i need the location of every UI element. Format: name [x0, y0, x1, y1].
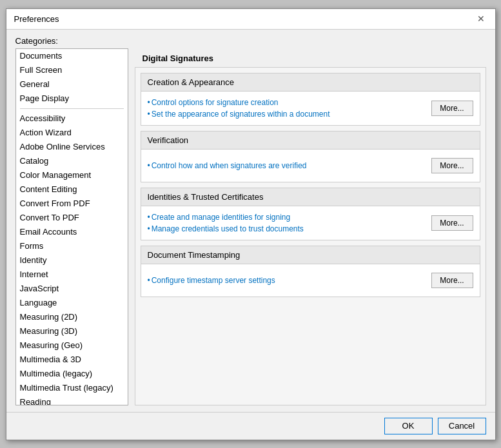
content-sections: Creation & Appearance Control options fo… — [135, 67, 486, 405]
identities-item-2: Manage credentials used to trust documen… — [148, 223, 425, 235]
close-button[interactable]: ✕ — [475, 12, 487, 25]
sidebar-item-measuring3d[interactable]: Measuring (3D) — [16, 324, 128, 338]
sidebar-item-javascript[interactable]: JavaScript — [16, 282, 128, 296]
sidebar: Documents Full Screen General Page Displ… — [15, 48, 128, 405]
sidebar-item-converttopdf[interactable]: Convert To PDF — [16, 211, 128, 225]
sidebar-item-fullscreen[interactable]: Full Screen — [16, 63, 128, 77]
identities-body: Create and manage identities for signing… — [141, 206, 480, 240]
sidebar-item-multimedia3d[interactable]: Multimedia & 3D — [16, 353, 128, 367]
verification-item-1: Control how and when signatures are veri… — [148, 160, 425, 171]
creation-body: Control options for signature creation S… — [141, 92, 480, 125]
sidebar-item-multimedia-legacy[interactable]: Multimedia (legacy) — [16, 367, 128, 381]
main-panel: Digital Signatures Creation & Appearance… — [135, 48, 486, 405]
sidebar-item-adobeonline[interactable]: Adobe Online Services — [16, 140, 128, 154]
sidebar-item-emailaccounts[interactable]: Email Accounts — [16, 225, 128, 239]
ok-button[interactable]: OK — [384, 418, 433, 434]
sidebar-item-forms[interactable]: Forms — [16, 239, 128, 253]
identities-item-1: Create and manage identities for signing — [148, 211, 425, 223]
sidebar-item-catalog[interactable]: Catalog — [16, 154, 128, 168]
timestamping-header: Document Timestamping — [141, 246, 480, 264]
content-area: Documents Full Screen General Page Displ… — [6, 48, 495, 412]
sidebar-item-colormanagement[interactable]: Color Management — [16, 168, 128, 182]
cancel-button[interactable]: Cancel — [438, 418, 486, 434]
creation-more-button[interactable]: More... — [431, 101, 473, 116]
creation-section: Creation & Appearance Control options fo… — [141, 73, 480, 126]
dialog-footer: OK Cancel — [6, 412, 495, 440]
identities-items: Create and manage identities for signing… — [148, 211, 425, 235]
sidebar-item-measuringgeo[interactable]: Measuring (Geo) — [16, 338, 128, 353]
dialog-title: Preferences — [14, 14, 59, 24]
sidebar-item-identity[interactable]: Identity — [16, 253, 128, 268]
sidebar-item-reading[interactable]: Reading — [16, 395, 128, 405]
sidebar-item-multimediatrust[interactable]: Multimedia Trust (legacy) — [16, 381, 128, 395]
creation-item-1: Control options for signature creation — [148, 97, 425, 108]
verification-section: Verification Control how and when signat… — [141, 131, 480, 182]
sidebar-item-contentediting[interactable]: Content Editing — [16, 182, 128, 197]
verification-header: Verification — [141, 131, 480, 150]
identities-header: Identities & Trusted Certificates — [141, 188, 480, 206]
sidebar-item-internet[interactable]: Internet — [16, 268, 128, 282]
creation-header: Creation & Appearance — [141, 73, 480, 92]
creation-item-2: Set the appearance of signatures within … — [148, 108, 425, 120]
sidebar-item-measuring2d[interactable]: Measuring (2D) — [16, 310, 128, 324]
verification-more-button[interactable]: More... — [431, 158, 473, 173]
panel-title: Digital Signatures — [135, 48, 486, 67]
identities-more-button[interactable]: More... — [431, 215, 473, 231]
verification-items: Control how and when signatures are veri… — [148, 160, 425, 171]
sidebar-item-convertfrompdf[interactable]: Convert From PDF — [16, 197, 128, 211]
timestamping-more-button[interactable]: More... — [431, 273, 473, 288]
title-bar: Preferences ✕ — [6, 9, 495, 30]
timestamping-section: Document Timestamping Configure timestam… — [141, 246, 480, 297]
sidebar-item-language[interactable]: Language — [16, 296, 128, 310]
sidebar-item-general[interactable]: General — [16, 77, 128, 92]
timestamping-item-1: Configure timestamp server settings — [148, 275, 425, 286]
sidebar-item-documents[interactable]: Documents — [16, 49, 128, 63]
preferences-dialog: Preferences ✕ Categories: Documents Full… — [6, 8, 496, 440]
dialog-body: Categories: Documents Full Screen Genera… — [6, 30, 495, 412]
identities-section: Identities & Trusted Certificates Create… — [141, 188, 480, 240]
timestamping-body: Configure timestamp server settings More… — [141, 264, 480, 297]
sidebar-item-accessibility[interactable]: Accessibility — [16, 112, 128, 126]
verification-body: Control how and when signatures are veri… — [141, 150, 480, 182]
categories-label: Categories: — [6, 30, 495, 48]
sidebar-item-actionwizard[interactable]: Action Wizard — [16, 126, 128, 140]
creation-items: Control options for signature creation S… — [148, 97, 425, 120]
sidebar-item-pagedisplay[interactable]: Page Display — [16, 92, 128, 106]
sidebar-divider — [20, 108, 124, 109]
timestamping-items: Configure timestamp server settings — [148, 275, 425, 286]
